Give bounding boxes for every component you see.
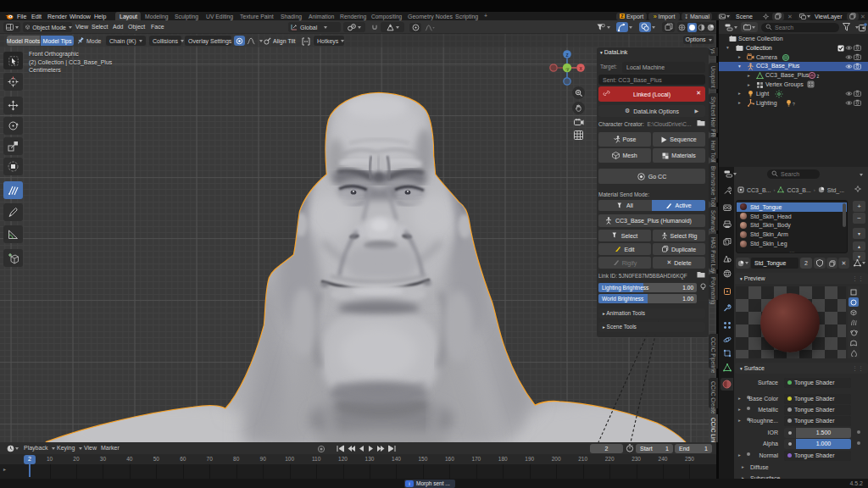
- svg-text:z: z: [565, 52, 568, 58]
- svg-text:-y: -y: [565, 66, 570, 71]
- svg-text:2: 2: [817, 74, 820, 79]
- svg-text:?: ?: [793, 102, 795, 107]
